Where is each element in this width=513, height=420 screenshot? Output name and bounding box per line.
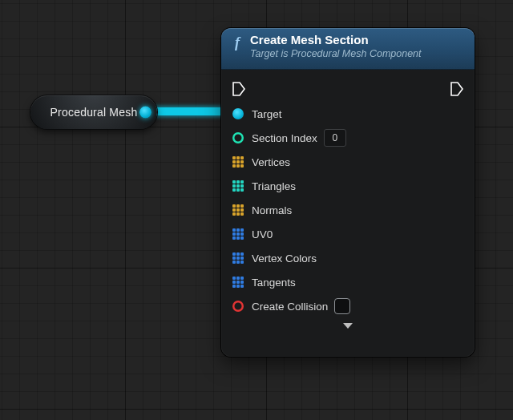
variable-node-procedural-mesh[interactable]: Procedural Mesh	[30, 95, 157, 129]
input-pin-target[interactable]	[232, 108, 244, 119]
create-collision-checkbox[interactable]	[334, 298, 350, 314]
pin-label: Target	[252, 108, 282, 120]
variable-node-label: Procedural Mesh	[50, 106, 138, 119]
node-header[interactable]: f Create Mesh Section Target is Procedur…	[221, 28, 475, 70]
input-pin-tangents[interactable]	[232, 277, 244, 288]
output-pin-object[interactable]	[139, 107, 151, 119]
exec-output-pin[interactable]	[450, 82, 463, 96]
input-pin-section-index[interactable]	[232, 132, 244, 143]
expand-node-button[interactable]	[232, 321, 463, 331]
pin-label: Triangles	[252, 180, 296, 192]
function-node-create-mesh-section[interactable]: f Create Mesh Section Target is Procedur…	[221, 28, 475, 357]
node-subtitle: Target is Procedural Mesh Component	[250, 47, 422, 60]
pin-label: Section Index	[252, 132, 317, 144]
pin-label: UV0	[252, 228, 273, 240]
exec-input-pin[interactable]	[232, 82, 245, 96]
input-pin-vertices[interactable]	[232, 156, 244, 168]
blueprint-graph-canvas[interactable]: Procedural Mesh f Create Mesh Section Ta…	[0, 0, 513, 420]
node-body: Target Section Index 0 Vertices Triangle…	[221, 70, 475, 336]
pin-label: Normals	[252, 204, 292, 216]
pin-label: Vertices	[252, 156, 290, 168]
pin-label: Vertex Colors	[252, 252, 317, 265]
input-pin-vertex-colors[interactable]	[232, 252, 244, 264]
input-pin-normals[interactable]	[232, 204, 244, 216]
input-pin-create-collision[interactable]	[232, 301, 244, 312]
function-icon: f	[229, 34, 245, 50]
input-pin-uv0[interactable]	[232, 228, 244, 240]
input-pin-triangles[interactable]	[232, 180, 244, 192]
pin-label: Tangents	[252, 277, 296, 289]
pin-label: Create Collision	[252, 301, 328, 313]
wire	[149, 107, 228, 115]
section-index-input[interactable]: 0	[324, 129, 346, 147]
node-title: Create Mesh Section	[250, 33, 422, 47]
